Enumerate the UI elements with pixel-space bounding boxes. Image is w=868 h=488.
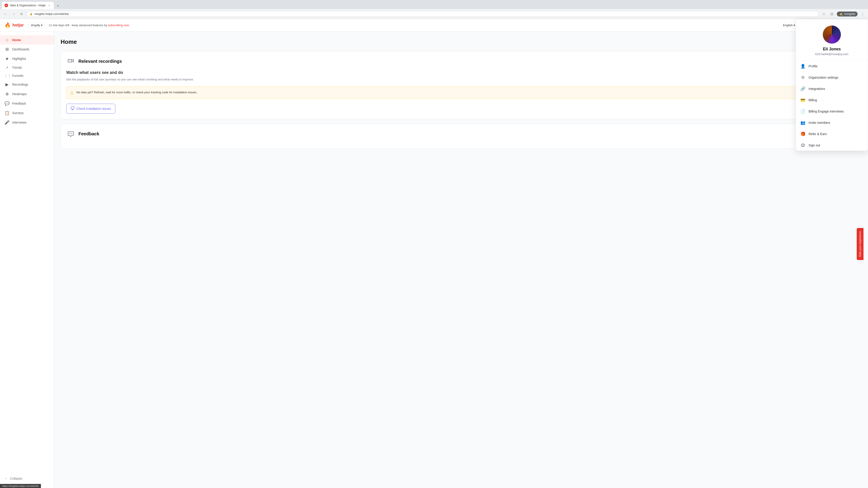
sidebar-item-label: Funnels (12, 74, 24, 77)
site-name: shopify (31, 24, 40, 27)
invite-members-icon: 👥 (800, 120, 805, 125)
sidebar-item-highlights[interactable]: ★ Highlights (0, 54, 54, 64)
dropdown-item-profile[interactable]: 👤 Profile (796, 61, 868, 72)
reload-button[interactable]: ↻ (19, 11, 25, 17)
dropdown-item-org-settings[interactable]: ⚙ Organization settings (796, 72, 868, 83)
logo-text: hotjar (12, 23, 24, 28)
sidebar-bottom: ← Collapse (0, 473, 54, 484)
profile-email: 6167ae94@moodjoy.com (815, 53, 848, 56)
sidebar-item-heatmaps[interactable]: ⊕ Heatmaps (0, 89, 54, 99)
sidebar-item-label: Recordings (12, 83, 28, 86)
tab-favicon: H (4, 4, 8, 7)
interviews-icon: 🎤 (4, 120, 9, 125)
incognito-badge[interactable]: 🕵 Incognito (837, 11, 858, 17)
dropdown-item-integrations[interactable]: 🔗 Integrations (796, 83, 868, 94)
sidebar-item-funnels[interactable]: ⋮⋮ Funnels (0, 72, 54, 80)
logo-icon: 🔥 (4, 22, 11, 28)
browser-toolbar: ← → ↻ 🔒 insights.hotjar.com/site/list ☆ … (0, 9, 868, 19)
tab-close-button[interactable]: × (48, 4, 51, 7)
check-installation-button[interactable]: Check installation issues (66, 104, 115, 113)
dropdown-item-label: Refer & Earn (809, 132, 827, 136)
incognito-label: Incognito (844, 12, 855, 15)
feedback-icon: 💬 (4, 101, 9, 106)
collapse-button[interactable]: ← Collapse (4, 475, 50, 482)
sidebar-item-trends[interactable]: ↗ Trends (0, 64, 54, 72)
logo: 🔥 hotjar (4, 22, 24, 28)
url-text: insights.hotjar.com/site/list (35, 12, 69, 15)
dropdown-profile-section: Eli Jones 6167ae94@moodjoy.com (796, 19, 868, 61)
svg-point-1 (69, 133, 70, 134)
recordings-section-heading: Watch what users see and do (66, 70, 856, 75)
profile-avatar (823, 26, 841, 43)
collapse-arrow-icon: ← (4, 477, 8, 480)
check-installation-label: Check installation issues (76, 107, 111, 110)
alert-text: No data yet? Refresh, wait for more traf… (76, 90, 197, 95)
sidebar-item-dashboards[interactable]: ⊞ Dashboards (0, 44, 54, 54)
recordings-card-title-area: Relevant recordings (66, 57, 122, 66)
dropdown-item-sign-out[interactable]: ⏻ Sign out (796, 140, 868, 151)
rate-experience-tab[interactable]: Rate your experience (857, 228, 864, 260)
dropdown-item-billing[interactable]: 💳 Billing (796, 94, 868, 106)
language-chevron-icon: ▾ (794, 24, 795, 27)
sidebar-item-label: Highlights (12, 57, 26, 61)
bookmark-icon[interactable]: ☆ (820, 11, 827, 17)
dropdown-item-billing-engage[interactable]: 📄 Billing Engage interviews (796, 106, 868, 117)
language-selector[interactable]: English ▾ (783, 24, 795, 27)
trial-notice: 11 trial days left - keep advanced featu… (49, 24, 783, 27)
sidebar-item-label: Feedback (12, 102, 26, 105)
subscribe-link[interactable]: subscribing now (108, 24, 129, 27)
feedback-card: Feedback (61, 124, 862, 149)
sidebar-item-interviews[interactable]: 🎤 Interviews (0, 118, 54, 127)
org-settings-icon: ⚙ (800, 75, 805, 80)
toolbar-actions: ☆ ⊡ 🕵 Incognito ⋮ (820, 11, 866, 17)
feedback-card-icon (66, 129, 75, 138)
browser-chrome: H Sites & Organizations - Hotjar × + ← →… (0, 0, 868, 19)
top-nav: 🔥 hotjar shopify ▾ 11 trial days left - … (0, 19, 868, 32)
sidebar-item-label: Home (12, 38, 21, 42)
refer-earn-icon: 🎁 (800, 131, 805, 136)
funnels-icon: ⋮⋮ (4, 74, 9, 77)
forward-button[interactable]: → (10, 11, 17, 17)
trends-icon: ↗ (4, 66, 9, 69)
page-title: Home (61, 38, 77, 45)
sidebar-item-surveys[interactable]: 📋 Surveys (0, 108, 54, 118)
heatmaps-icon: ⊕ (4, 92, 9, 96)
active-tab[interactable]: H Sites & Organizations - Hotjar × (2, 2, 54, 9)
feedback-card-title: Feedback (79, 131, 99, 136)
dropdown-item-refer-earn[interactable]: 🎁 Refer & Earn (796, 128, 868, 140)
back-button[interactable]: ← (2, 11, 8, 17)
dropdown-item-invite-members[interactable]: 👥 Invite members (796, 117, 868, 128)
status-bar: https://insights.hotjar.com/site/list (0, 484, 41, 488)
tab-bar: H Sites & Organizations - Hotjar × + (0, 0, 868, 9)
profile-icon[interactable]: ⊡ (829, 11, 835, 17)
surveys-icon: 📋 (4, 110, 9, 116)
profile-avatar-inner (823, 26, 841, 43)
address-bar[interactable]: 🔒 insights.hotjar.com/site/list (27, 11, 819, 17)
sidebar-item-feedback[interactable]: 💬 Feedback (0, 99, 54, 108)
recordings-card-header: Relevant recordings All sessions ▾ (66, 57, 856, 66)
app-container: ⌂ Home ⊞ Dashboards ★ Highlights ↗ Trend… (0, 19, 868, 488)
dropdown-chevron-icon: ▾ (41, 24, 42, 27)
sidebar-item-home[interactable]: ⌂ Home (0, 35, 54, 44)
home-icon: ⌂ (4, 37, 9, 42)
lock-icon: 🔒 (30, 12, 33, 15)
svg-point-3 (72, 133, 72, 134)
profile-name: Eli Jones (823, 47, 841, 52)
feedback-card-title-area: Feedback (66, 129, 99, 138)
site-selector[interactable]: shopify ▾ (28, 22, 45, 28)
dropdown-item-label: Sign out (809, 143, 820, 147)
feedback-card-header: Feedback (66, 129, 856, 138)
sidebar-item-recordings[interactable]: ▶ Recordings (0, 80, 54, 89)
sign-out-icon: ⏻ (800, 143, 805, 148)
user-dropdown-menu: Eli Jones 6167ae94@moodjoy.com 👤 Profile… (796, 19, 868, 151)
new-tab-button[interactable]: + (55, 3, 61, 9)
integrations-icon: 🔗 (800, 86, 805, 91)
svg-rect-0 (71, 107, 74, 109)
menu-icon[interactable]: ⋮ (860, 11, 866, 17)
sidebar-item-label: Surveys (12, 111, 24, 115)
dashboards-icon: ⊞ (4, 47, 9, 52)
page-header: Home Share (61, 38, 862, 46)
check-installation-icon (70, 106, 74, 111)
sidebar-item-label: Trends (12, 66, 22, 69)
billing-icon: 💳 (800, 98, 805, 103)
